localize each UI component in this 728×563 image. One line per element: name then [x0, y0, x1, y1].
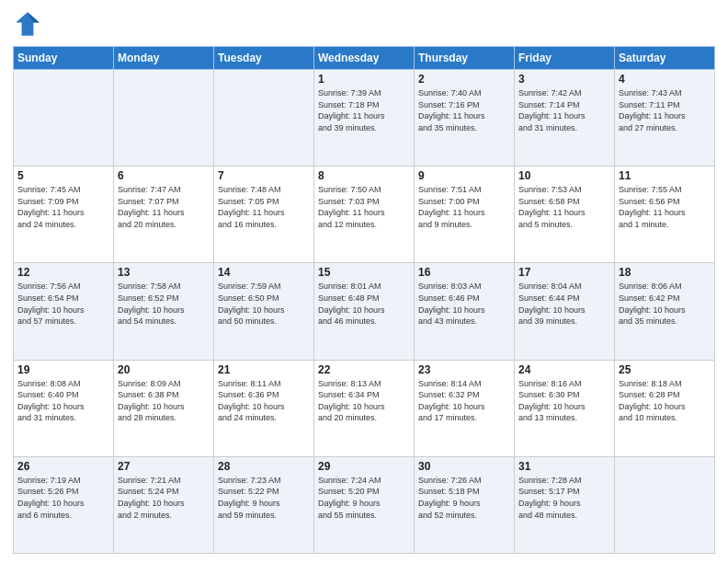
calendar-cell: 27Sunrise: 7:21 AM Sunset: 5:24 PM Dayli… — [114, 456, 214, 553]
day-info: Sunrise: 7:56 AM Sunset: 6:54 PM Dayligh… — [17, 281, 109, 327]
calendar-cell: 12Sunrise: 7:56 AM Sunset: 6:54 PM Dayli… — [14, 263, 114, 360]
calendar-cell — [114, 70, 214, 167]
calendar-cell: 31Sunrise: 7:28 AM Sunset: 5:17 PM Dayli… — [515, 456, 615, 553]
day-info: Sunrise: 7:51 AM Sunset: 7:00 PM Dayligh… — [418, 184, 510, 230]
day-info: Sunrise: 7:50 AM Sunset: 7:03 PM Dayligh… — [318, 184, 410, 230]
day-info: Sunrise: 7:42 AM Sunset: 7:14 PM Dayligh… — [518, 87, 610, 133]
calendar-cell: 16Sunrise: 8:03 AM Sunset: 6:46 PM Dayli… — [415, 263, 515, 360]
calendar-cell: 25Sunrise: 8:18 AM Sunset: 6:28 PM Dayli… — [615, 360, 715, 456]
calendar-cell: 22Sunrise: 8:13 AM Sunset: 6:34 PM Dayli… — [314, 360, 415, 456]
day-number: 4 — [619, 73, 711, 86]
calendar-cell: 30Sunrise: 7:26 AM Sunset: 5:18 PM Dayli… — [415, 456, 515, 553]
logo — [13, 9, 46, 39]
day-info: Sunrise: 7:58 AM Sunset: 6:52 PM Dayligh… — [118, 281, 210, 327]
day-info: Sunrise: 8:06 AM Sunset: 6:42 PM Dayligh… — [619, 281, 711, 327]
calendar-cell: 14Sunrise: 7:59 AM Sunset: 6:50 PM Dayli… — [214, 263, 314, 360]
calendar-cell: 28Sunrise: 7:23 AM Sunset: 5:22 PM Dayli… — [214, 456, 314, 553]
calendar-cell: 19Sunrise: 8:08 AM Sunset: 6:40 PM Dayli… — [14, 360, 114, 456]
weekday-header: Friday — [515, 47, 615, 70]
day-number: 5 — [17, 169, 109, 182]
logo-icon — [13, 9, 42, 39]
calendar-cell: 4Sunrise: 7:43 AM Sunset: 7:11 PM Daylig… — [615, 70, 715, 167]
day-number: 19 — [17, 363, 109, 376]
day-number: 9 — [418, 169, 510, 182]
day-info: Sunrise: 8:11 AM Sunset: 6:36 PM Dayligh… — [218, 378, 310, 424]
day-info: Sunrise: 7:55 AM Sunset: 6:56 PM Dayligh… — [619, 184, 711, 230]
calendar-cell: 17Sunrise: 8:04 AM Sunset: 6:44 PM Dayli… — [515, 263, 615, 360]
day-number: 2 — [418, 73, 510, 86]
day-info: Sunrise: 8:13 AM Sunset: 6:34 PM Dayligh… — [318, 378, 410, 424]
calendar-cell — [214, 70, 314, 167]
day-info: Sunrise: 7:59 AM Sunset: 6:50 PM Dayligh… — [218, 281, 310, 327]
calendar-table: SundayMondayTuesdayWednesdayThursdayFrid… — [13, 46, 715, 554]
day-info: Sunrise: 7:47 AM Sunset: 7:07 PM Dayligh… — [118, 184, 210, 230]
day-number: 16 — [418, 266, 510, 279]
calendar-cell: 6Sunrise: 7:47 AM Sunset: 7:07 PM Daylig… — [114, 167, 214, 263]
calendar-cell: 13Sunrise: 7:58 AM Sunset: 6:52 PM Dayli… — [114, 263, 214, 360]
day-info: Sunrise: 8:01 AM Sunset: 6:48 PM Dayligh… — [318, 281, 410, 327]
day-info: Sunrise: 7:45 AM Sunset: 7:09 PM Dayligh… — [17, 184, 109, 230]
day-info: Sunrise: 7:24 AM Sunset: 5:20 PM Dayligh… — [318, 475, 410, 521]
day-info: Sunrise: 7:48 AM Sunset: 7:05 PM Dayligh… — [218, 184, 310, 230]
weekday-header: Wednesday — [314, 47, 415, 70]
weekday-header: Tuesday — [214, 47, 314, 70]
day-info: Sunrise: 7:26 AM Sunset: 5:18 PM Dayligh… — [418, 475, 510, 521]
day-number: 7 — [218, 169, 310, 182]
calendar-cell: 7Sunrise: 7:48 AM Sunset: 7:05 PM Daylig… — [214, 167, 314, 263]
weekday-header: Sunday — [14, 47, 114, 70]
calendar-cell: 2Sunrise: 7:40 AM Sunset: 7:16 PM Daylig… — [415, 70, 515, 167]
calendar-cell: 24Sunrise: 8:16 AM Sunset: 6:30 PM Dayli… — [515, 360, 615, 456]
day-number: 29 — [318, 460, 410, 473]
day-info: Sunrise: 7:23 AM Sunset: 5:22 PM Dayligh… — [218, 475, 310, 521]
calendar-cell: 3Sunrise: 7:42 AM Sunset: 7:14 PM Daylig… — [515, 70, 615, 167]
day-number: 21 — [218, 363, 310, 376]
day-info: Sunrise: 7:40 AM Sunset: 7:16 PM Dayligh… — [418, 87, 510, 133]
day-info: Sunrise: 8:03 AM Sunset: 6:46 PM Dayligh… — [418, 281, 510, 327]
day-number: 20 — [118, 363, 210, 376]
day-number: 26 — [17, 460, 109, 473]
day-info: Sunrise: 8:16 AM Sunset: 6:30 PM Dayligh… — [518, 378, 610, 424]
header — [13, 9, 715, 39]
day-info: Sunrise: 8:18 AM Sunset: 6:28 PM Dayligh… — [619, 378, 711, 424]
day-info: Sunrise: 8:08 AM Sunset: 6:40 PM Dayligh… — [17, 378, 109, 424]
day-number: 10 — [518, 169, 610, 182]
day-number: 12 — [17, 266, 109, 279]
day-number: 11 — [619, 169, 711, 182]
day-number: 22 — [318, 363, 410, 376]
calendar-cell: 23Sunrise: 8:14 AM Sunset: 6:32 PM Dayli… — [415, 360, 515, 456]
calendar-cell: 9Sunrise: 7:51 AM Sunset: 7:00 PM Daylig… — [415, 167, 515, 263]
svg-marker-0 — [16, 12, 40, 36]
calendar-cell: 1Sunrise: 7:39 AM Sunset: 7:18 PM Daylig… — [314, 70, 415, 167]
calendar-cell: 18Sunrise: 8:06 AM Sunset: 6:42 PM Dayli… — [615, 263, 715, 360]
day-number: 31 — [518, 460, 610, 473]
day-info: Sunrise: 7:21 AM Sunset: 5:24 PM Dayligh… — [118, 475, 210, 521]
day-info: Sunrise: 7:39 AM Sunset: 7:18 PM Dayligh… — [318, 87, 410, 133]
calendar-cell: 29Sunrise: 7:24 AM Sunset: 5:20 PM Dayli… — [314, 456, 415, 553]
calendar-cell — [615, 456, 715, 553]
weekday-header: Monday — [114, 47, 214, 70]
day-info: Sunrise: 8:09 AM Sunset: 6:38 PM Dayligh… — [118, 378, 210, 424]
day-number: 13 — [118, 266, 210, 279]
calendar-cell: 26Sunrise: 7:19 AM Sunset: 5:26 PM Dayli… — [14, 456, 114, 553]
day-number: 30 — [418, 460, 510, 473]
day-number: 24 — [518, 363, 610, 376]
day-number: 15 — [318, 266, 410, 279]
weekday-header: Thursday — [415, 47, 515, 70]
day-number: 17 — [518, 266, 610, 279]
day-number: 27 — [118, 460, 210, 473]
day-number: 23 — [418, 363, 510, 376]
calendar-cell: 15Sunrise: 8:01 AM Sunset: 6:48 PM Dayli… — [314, 263, 415, 360]
page: SundayMondayTuesdayWednesdayThursdayFrid… — [0, 0, 728, 563]
day-number: 28 — [218, 460, 310, 473]
day-number: 14 — [218, 266, 310, 279]
day-number: 3 — [518, 73, 610, 86]
day-number: 6 — [118, 169, 210, 182]
day-info: Sunrise: 7:43 AM Sunset: 7:11 PM Dayligh… — [619, 87, 711, 133]
calendar-cell: 11Sunrise: 7:55 AM Sunset: 6:56 PM Dayli… — [615, 167, 715, 263]
calendar-cell: 5Sunrise: 7:45 AM Sunset: 7:09 PM Daylig… — [14, 167, 114, 263]
day-number: 18 — [619, 266, 711, 279]
day-info: Sunrise: 7:53 AM Sunset: 6:58 PM Dayligh… — [518, 184, 610, 230]
day-info: Sunrise: 7:28 AM Sunset: 5:17 PM Dayligh… — [518, 475, 610, 521]
day-info: Sunrise: 7:19 AM Sunset: 5:26 PM Dayligh… — [17, 475, 109, 521]
day-number: 8 — [318, 169, 410, 182]
